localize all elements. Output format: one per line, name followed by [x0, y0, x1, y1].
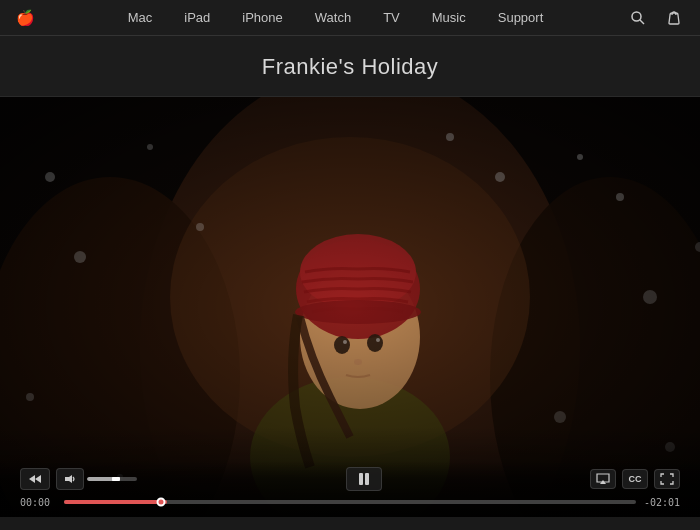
airplay-icon — [595, 472, 611, 486]
fullscreen-icon — [660, 473, 674, 485]
search-icon — [630, 10, 646, 26]
nav-item-support[interactable]: Support — [482, 0, 560, 36]
pause-button[interactable] — [346, 467, 382, 491]
rewind-icon — [28, 474, 42, 484]
video-art-overlay — [0, 97, 700, 517]
progress-bar[interactable] — [64, 500, 636, 504]
bag-button[interactable] — [656, 0, 692, 36]
progress-fill — [64, 500, 167, 504]
nav-item-ipad[interactable]: iPad — [168, 0, 226, 36]
apple-logo-button[interactable]: 🍎 — [0, 0, 51, 36]
time-remaining: -02:01 — [642, 497, 680, 508]
nav-item-iphone[interactable]: iPhone — [226, 0, 298, 36]
title-area: Frankie's Holiday — [0, 36, 700, 97]
captions-button[interactable]: CC — [622, 469, 648, 489]
controls-buttons-row: CC — [0, 465, 700, 493]
search-button[interactable] — [620, 0, 656, 36]
svg-marker-34 — [35, 475, 41, 483]
nav-item-music[interactable]: Music — [416, 0, 482, 36]
time-current: 00:00 — [20, 497, 58, 508]
mute-button[interactable] — [56, 468, 84, 490]
volume-control-group — [56, 468, 137, 490]
fullscreen-button[interactable] — [654, 469, 680, 489]
progress-knob — [157, 498, 166, 507]
svg-rect-37 — [365, 473, 369, 485]
nav-item-tv[interactable]: TV — [367, 0, 416, 36]
page-title: Frankie's Holiday — [0, 54, 700, 80]
pause-icon — [357, 472, 371, 486]
svg-rect-36 — [359, 473, 363, 485]
svg-point-0 — [632, 12, 641, 21]
video-player[interactable]: CC 00:00 -02:01 — [0, 97, 700, 517]
volume-bar[interactable] — [87, 477, 137, 481]
video-controls: CC 00:00 -02:01 — [0, 461, 700, 517]
svg-marker-33 — [29, 475, 35, 483]
airplay-button[interactable] — [590, 469, 616, 489]
nav-links: Mac iPad iPhone Watch TV Music Support — [51, 0, 620, 36]
nav-item-watch[interactable]: Watch — [299, 0, 367, 36]
volume-icon — [64, 474, 76, 484]
svg-line-1 — [640, 20, 644, 24]
navigation-bar: 🍎 Mac iPad iPhone Watch TV Music Support — [0, 0, 700, 36]
svg-marker-35 — [65, 475, 72, 483]
nav-utility-icons — [620, 0, 692, 36]
volume-knob — [112, 477, 120, 481]
bag-icon — [666, 10, 682, 26]
rewind-button[interactable] — [20, 468, 50, 490]
nav-item-mac[interactable]: Mac — [112, 0, 169, 36]
controls-progress-row: 00:00 -02:01 — [0, 493, 700, 511]
